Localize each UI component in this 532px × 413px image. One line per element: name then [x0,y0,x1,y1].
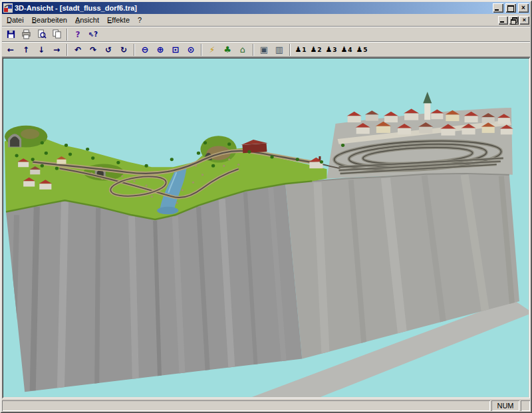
viewpoint-number: 5 [363,47,367,53]
zoom-out-button[interactable]: ⊖ [138,43,152,57]
rotate-down-icon: ↻ [120,45,127,55]
toolbar-separator [289,44,291,56]
render-icon: ⚡ [209,45,215,55]
render-button[interactable]: ⚡ [205,43,219,57]
zoom-window-icon: ⊡ [172,45,180,55]
viewpoint-figure-icon: ♟ [295,45,301,54]
toolbar-3d-navigation: ← ↑ ↓ → ↶ ↷ ↺ ↻ ⊖ ⊕ ⊡ ⊙ ⚡ ♣ ⌂ ▣ ▥ ♟1 ♟2 … [2,42,530,57]
toolbar-standard: ? ⇖? [2,27,530,42]
rotate-right-button[interactable]: ↷ [86,43,100,57]
zoom-in-button[interactable]: ⊕ [153,43,168,57]
viewpoint-4-button[interactable]: ♟4 [339,43,354,57]
viewpoint-5-button[interactable]: ♟5 [354,43,369,57]
app-icon [3,3,13,13]
app-window: 3D-Ansicht - [stadt_fluss_dorf6.tra] × D… [0,0,532,413]
print-button[interactable] [19,28,33,41]
minimize-button[interactable] [493,3,503,13]
rotate-up-button[interactable]: ↺ [101,43,116,57]
pan-left-button[interactable]: ← [3,43,18,57]
window-title: 3D-Ansicht - [stadt_fluss_dorf6.tra] [15,4,491,12]
copy-button[interactable] [49,28,64,41]
church [423,92,444,120]
pan-down-button[interactable]: ↓ [34,43,49,57]
show-buildings-button[interactable]: ⌂ [235,43,250,57]
pan-up-icon: ↑ [23,45,29,55]
titlebar: 3D-Ansicht - [stadt_fluss_dorf6.tra] × [2,2,530,14]
toolbar-separator [253,44,254,56]
mdi-minimize-button[interactable] [498,16,508,25]
viewpoint-3-button[interactable]: ♟3 [324,43,338,57]
print-preview-icon [37,29,47,39]
help-icon: ? [76,30,80,39]
mdi-restore-button[interactable] [509,16,519,25]
viewpoint-1-button[interactable]: ♟1 [293,43,308,57]
pan-down-icon: ↓ [38,45,45,55]
viewpoint-figure-icon: ♟ [356,45,362,54]
viewpoint-figure-icon: ♟ [340,45,347,54]
viewpoint-number: 1 [302,47,306,53]
zoom-all-icon: ⊙ [188,45,195,55]
rotate-right-icon: ↷ [90,45,96,55]
toolbar-separator [134,44,135,56]
context-help-button[interactable]: ⇖? [86,28,100,41]
status-message [2,400,490,411]
viewpoint-figure-icon: ♟ [310,45,317,54]
pan-up-button[interactable]: ↑ [19,43,33,57]
copy-icon [52,29,62,39]
fit-view-button[interactable]: ▥ [272,43,287,57]
print-preview-button[interactable] [34,28,49,41]
pan-left-icon: ← [7,45,14,55]
fullscreen-button[interactable]: ▣ [257,43,271,57]
menu-ansicht[interactable]: A̲nsicht [71,15,103,25]
viewport-3d[interactable] [2,57,530,398]
rotate-down-button[interactable]: ↻ [116,43,131,57]
status-end-panel [521,400,530,411]
zoom-window-button[interactable]: ⊡ [168,43,183,57]
3d-scene [3,59,529,397]
menu-bearbeiten[interactable]: B̲earbeiten [28,15,71,25]
viewpoint-number: 3 [332,47,336,53]
zoom-out-icon: ⊖ [142,45,149,55]
zoom-all-button[interactable]: ⊙ [184,43,198,57]
viewpoint-2-button[interactable]: ♟2 [309,43,323,57]
close-button[interactable]: × [518,3,529,13]
mdi-close-button[interactable]: × [519,16,529,25]
print-icon [21,29,31,39]
toolbar-separator [201,44,202,56]
fit-view-icon: ▥ [275,45,283,55]
house-icon: ⌂ [240,45,245,55]
status-num-indicator: NUM [491,400,519,411]
engine-shed [241,139,269,154]
statusbar: NUM [2,398,530,411]
pan-right-icon: → [53,45,60,55]
viewpoint-number: 4 [348,47,352,53]
toolbar-separator [66,44,68,56]
pan-right-button[interactable]: → [49,43,64,57]
menu-help[interactable]: ? [134,15,146,25]
toolbar-separator [66,29,68,41]
zoom-in-icon: ⊕ [157,45,164,55]
menu-effekte[interactable]: E̲ffekte [103,15,134,25]
viewpoint-figure-icon: ♟ [325,45,332,54]
fullscreen-icon: ▣ [260,45,268,55]
maximize-button[interactable] [505,3,516,13]
save-icon [6,29,16,39]
rotate-left-icon: ↶ [74,45,81,55]
pond [157,207,178,215]
show-trees-button[interactable]: ♣ [220,43,235,57]
menu-datei[interactable]: D̲atei [3,15,28,25]
viewpoint-number: 2 [317,47,321,53]
rotate-left-button[interactable]: ↶ [70,43,85,57]
rotate-up-icon: ↺ [105,45,112,55]
tree-icon: ♣ [223,45,231,55]
save-button[interactable] [3,28,18,41]
help-button[interactable]: ? [70,28,85,41]
context-help-icon: ⇖? [88,31,98,38]
menubar: D̲atei B̲earbeiten A̲nsicht E̲ffekte ? × [2,14,530,27]
